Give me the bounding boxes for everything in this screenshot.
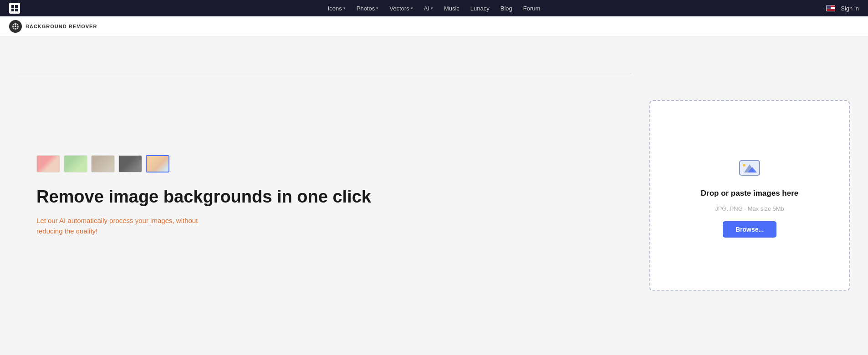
thumbnail-2[interactable] bbox=[64, 155, 87, 172]
browse-button[interactable]: Browse... bbox=[723, 221, 776, 238]
svg-rect-2 bbox=[11, 9, 14, 11]
svg-rect-3 bbox=[15, 9, 18, 11]
navbar-left bbox=[9, 3, 20, 14]
thumbnail-3[interactable] bbox=[91, 155, 115, 172]
thumbnail-5[interactable] bbox=[146, 155, 169, 172]
navbar-center: Icons ▾ Photos ▾ Vectors ▾ AI ▾ Music Lu… bbox=[328, 5, 541, 12]
thumbnail-1[interactable] bbox=[36, 155, 60, 172]
brand-text: BACKGROUND REMOVER bbox=[26, 24, 97, 29]
main-content: Remove image backgrounds in one click Le… bbox=[0, 36, 868, 355]
svg-point-5 bbox=[15, 25, 16, 27]
brand: BACKGROUND REMOVER bbox=[9, 20, 97, 33]
hero-subtext: Let our AI automatically process your im… bbox=[36, 216, 209, 236]
flag-icon[interactable] bbox=[826, 5, 835, 11]
upload-image-icon bbox=[738, 156, 761, 180]
ai-chevron-icon: ▾ bbox=[431, 6, 433, 10]
sign-in-button[interactable]: Sign in bbox=[841, 5, 859, 12]
upload-icon-wrap bbox=[736, 154, 763, 182]
nav-ai[interactable]: AI ▾ bbox=[424, 5, 433, 12]
nav-music[interactable]: Music bbox=[444, 5, 460, 12]
navbar-right: Sign in bbox=[826, 5, 859, 12]
drop-zone[interactable]: Drop or paste images here JPG, PNG · Max… bbox=[649, 100, 850, 291]
vectors-chevron-icon: ▾ bbox=[411, 6, 413, 10]
hero-headline: Remove image backgrounds in one click bbox=[36, 187, 595, 207]
logo-icon[interactable] bbox=[9, 3, 20, 14]
sub-header: BACKGROUND REMOVER bbox=[0, 16, 868, 36]
nav-forum[interactable]: Forum bbox=[523, 5, 541, 12]
svg-rect-0 bbox=[11, 5, 14, 8]
right-panel: Drop or paste images here JPG, PNG · Max… bbox=[631, 36, 868, 355]
svg-point-13 bbox=[743, 164, 745, 167]
nav-lunacy[interactable]: Lunacy bbox=[470, 5, 490, 12]
drop-subtitle: JPG, PNG · Max size 5Mb bbox=[715, 205, 784, 212]
left-panel: Remove image backgrounds in one click Le… bbox=[0, 36, 631, 355]
nav-blog[interactable]: Blog bbox=[500, 5, 512, 12]
svg-rect-1 bbox=[15, 5, 18, 8]
photos-chevron-icon: ▾ bbox=[376, 6, 378, 10]
drop-title: Drop or paste images here bbox=[701, 189, 798, 198]
brand-icon bbox=[9, 20, 22, 33]
nav-vectors[interactable]: Vectors ▾ bbox=[389, 5, 413, 12]
thumbnails-row bbox=[36, 155, 595, 172]
icons-chevron-icon: ▾ bbox=[343, 6, 346, 10]
navbar: Icons ▾ Photos ▾ Vectors ▾ AI ▾ Music Lu… bbox=[0, 0, 868, 16]
thumbnail-4[interactable] bbox=[118, 155, 142, 172]
nav-icons[interactable]: Icons ▾ bbox=[328, 5, 346, 12]
nav-photos[interactable]: Photos ▾ bbox=[357, 5, 378, 12]
